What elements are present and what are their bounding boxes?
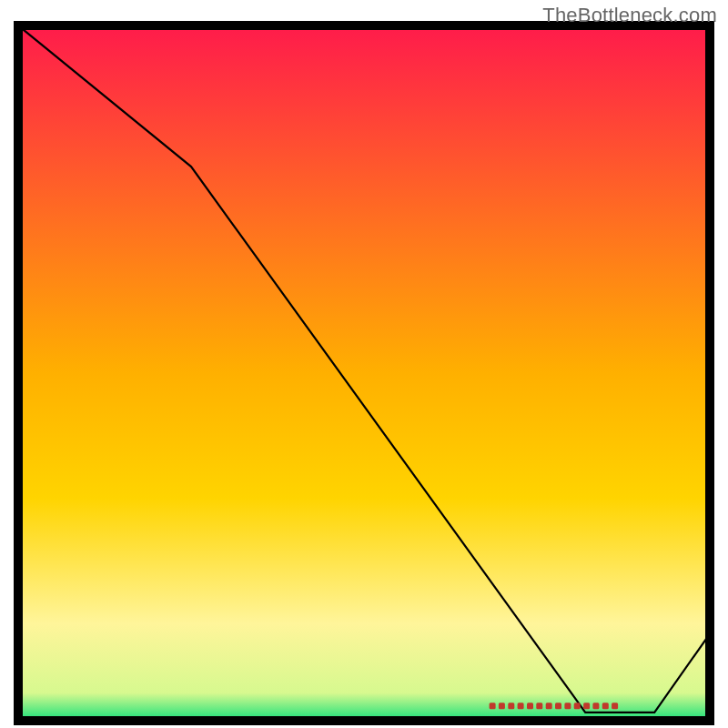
marker-tick <box>612 703 618 709</box>
chart-stage: TheBottleneck.com <box>0 0 728 728</box>
marker-tick <box>499 703 505 709</box>
marker-tick <box>602 703 609 709</box>
marker-tick <box>555 703 561 709</box>
marker-tick <box>546 703 552 709</box>
marker-tick <box>583 703 590 709</box>
marker-tick <box>536 703 542 709</box>
marker-tick <box>490 703 496 709</box>
marker-tick <box>574 703 581 709</box>
marker-tick <box>564 703 571 709</box>
chart-svg <box>0 0 728 728</box>
watermark-text: TheBottleneck.com <box>542 4 717 27</box>
plot-background <box>18 25 710 721</box>
marker-tick <box>527 703 533 709</box>
marker-tick <box>518 703 524 709</box>
marker-tick <box>508 703 514 709</box>
marker-tick <box>592 703 599 709</box>
